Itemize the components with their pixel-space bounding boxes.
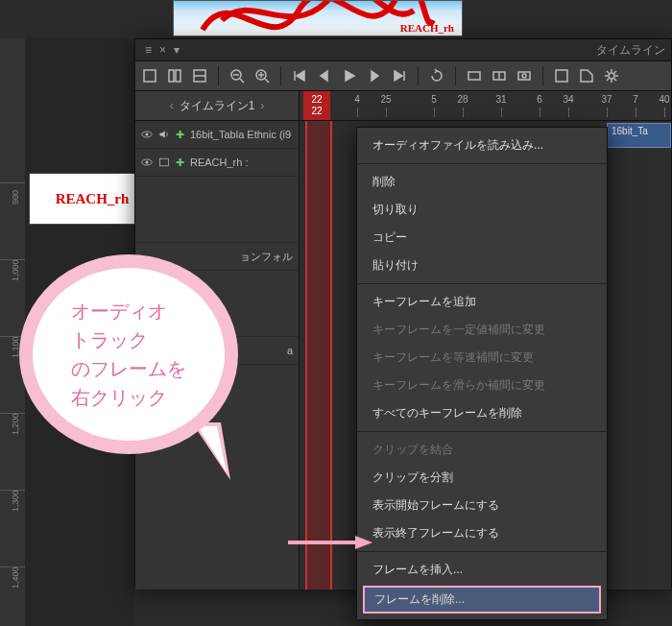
tool-icon[interactable] — [166, 67, 183, 84]
svg-marker-18 — [395, 71, 402, 81]
panel-title: タイムライン — [596, 42, 665, 59]
ctx-add-keyframe[interactable]: キーフレームを追加 — [357, 288, 607, 316]
svg-rect-1 — [144, 70, 156, 82]
audio-clip-label: 16bit_Ta — [612, 126, 648, 136]
svg-point-26 — [609, 73, 614, 79]
frame-ruler[interactable]: 22 22 4 25 5 28 31 6 34 37 7 40 43 — [300, 91, 671, 120]
playhead-indicator[interactable]: 22 22 — [303, 91, 330, 120]
tool-icon[interactable] — [191, 67, 208, 84]
audio-track-row[interactable]: ✚ 16bit_Tabla Ethnic (i9 — [135, 121, 299, 149]
svg-rect-25 — [556, 70, 567, 82]
playhead-frame-bottom: 22 — [311, 106, 322, 117]
timeline-name: タイムライン1 — [180, 98, 255, 114]
zoom-in-icon[interactable] — [253, 67, 271, 84]
ctx-kf-const: キーフレームを一定値補間に変更 — [357, 316, 607, 344]
ctx-clip-join: クリップを結合 — [357, 436, 607, 464]
timeline-selector[interactable]: ‹ タイムライン1 › — [135, 91, 300, 120]
frame-tick: 28 — [451, 94, 474, 105]
tool-icon[interactable] — [466, 67, 483, 84]
ctx-delete[interactable]: 削除 — [357, 168, 607, 196]
ctx-frame-insert[interactable]: フレームを挿入... — [357, 556, 607, 584]
ctx-disp-start[interactable]: 表示開始フレームにする — [357, 492, 607, 519]
svg-marker-14 — [297, 71, 304, 81]
menu-icon[interactable]: ≡ — [145, 43, 152, 57]
ctx-kf-even: キーフレームを等速補間に変更 — [357, 344, 607, 372]
vruler-tick: 900 — [11, 190, 20, 205]
panel-header: ≡ × ▾ タイムライン — [135, 39, 671, 61]
layer-track-label: REACH_rh : — [190, 156, 249, 168]
svg-rect-2 — [169, 70, 174, 82]
frame-tick: 6 — [528, 94, 551, 105]
svg-line-10 — [265, 79, 269, 83]
tool-icon[interactable] — [516, 67, 533, 84]
timeline-toolbar — [135, 61, 671, 91]
svg-marker-35 — [355, 536, 372, 549]
chevron-down-icon[interactable]: ▾ — [174, 43, 180, 57]
svg-rect-20 — [468, 72, 480, 80]
folder-track-label: ョンフォル — [240, 250, 293, 264]
vruler-tick: 1,400 — [11, 566, 20, 589]
chevron-left-icon[interactable]: ‹ — [170, 99, 174, 112]
annotation-arrow — [288, 533, 374, 552]
play-icon[interactable] — [341, 67, 358, 84]
ctx-paste[interactable]: 貼り付け — [357, 252, 607, 279]
svg-marker-17 — [372, 71, 378, 81]
ctx-load-audio[interactable]: オーディオファイルを読み込み... — [357, 132, 607, 159]
prev-frame-icon[interactable] — [316, 67, 333, 84]
track-spacer — [135, 177, 299, 243]
extra-track-label: a — [287, 345, 293, 356]
annotation-bubble-tail — [192, 422, 307, 509]
ctx-frame-delete[interactable]: フレームを削除... — [363, 586, 601, 614]
zoom-out-icon[interactable] — [228, 67, 246, 84]
go-end-icon[interactable] — [391, 67, 408, 84]
canvas-artwork-top: REACH_rh — [173, 0, 463, 36]
ctx-disp-end[interactable]: 表示終了フレームにする — [357, 519, 607, 547]
layer-track-row[interactable]: ✚ REACH_rh : — [135, 149, 299, 177]
gear-icon[interactable] — [603, 67, 620, 84]
go-start-icon[interactable] — [291, 67, 308, 84]
ctx-copy[interactable]: コピー — [357, 224, 607, 252]
tool-icon[interactable] — [491, 67, 508, 84]
svg-point-28 — [146, 133, 149, 136]
svg-rect-23 — [518, 72, 530, 80]
chevron-right-icon[interactable]: › — [260, 99, 264, 112]
visibility-icon[interactable] — [141, 129, 153, 140]
next-frame-icon[interactable] — [366, 67, 383, 84]
tag-icon[interactable] — [578, 67, 595, 84]
frame-tick: 31 — [490, 94, 513, 105]
vruler-tick: 1,000 — [11, 259, 20, 281]
playhead-line[interactable] — [305, 121, 332, 590]
speaker-icon[interactable] — [158, 129, 170, 140]
ctx-cut[interactable]: 切り取り — [357, 196, 607, 224]
loop-icon[interactable] — [428, 67, 445, 84]
tool-icon[interactable] — [553, 67, 570, 84]
annotation-text: オーディオ トラック のフレームを 右クリック — [71, 297, 186, 412]
svg-point-30 — [146, 161, 149, 164]
frame-tick: 40 — [653, 94, 671, 105]
vruler-tick: 1,300 — [11, 490, 20, 512]
frame-tick: 25 — [374, 94, 397, 105]
svg-marker-15 — [321, 71, 327, 81]
annotation-bubble: オーディオ トラック のフレームを 右クリック — [19, 254, 238, 454]
tool-icon[interactable] — [141, 67, 158, 84]
svg-line-7 — [240, 79, 244, 83]
svg-marker-16 — [346, 71, 354, 81]
svg-point-24 — [522, 74, 526, 78]
frame-tick: 5 — [422, 94, 445, 105]
frame-tick: 7 — [624, 94, 647, 105]
close-icon[interactable]: × — [159, 43, 166, 57]
ctx-kf-delete-all[interactable]: すべてのキーフレームを削除 — [357, 399, 607, 427]
layer-icon — [158, 156, 170, 168]
audio-clip[interactable]: 16bit_Ta — [607, 123, 671, 148]
ctx-kf-smooth: キーフレームを滑らか補間に変更 — [357, 372, 607, 399]
visibility-icon[interactable] — [141, 156, 153, 168]
thumb-label: REACH_rh — [56, 191, 130, 207]
playhead-frame-top: 22 — [311, 94, 322, 106]
context-menu: オーディオファイルを読み込み... 削除 切り取り コピー 貼り付け キーフレー… — [356, 127, 608, 620]
ctx-clip-split[interactable]: クリップを分割 — [357, 464, 607, 492]
svg-rect-3 — [176, 70, 180, 82]
artwork-label: REACH_rh — [400, 22, 454, 34]
frame-tick: 4 — [346, 94, 369, 105]
vruler-tick: 1,200 — [11, 413, 20, 435]
frame-tick: 34 — [557, 94, 580, 105]
